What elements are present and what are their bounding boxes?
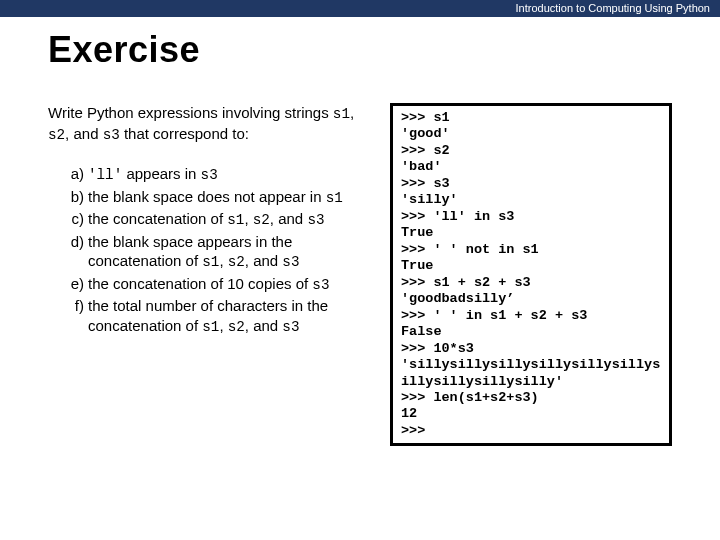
item-code: s1 [227,212,244,228]
list-item: d) the blank space appears in the concat… [70,232,360,272]
item-code: s3 [282,254,299,270]
item-text: , and [245,252,283,269]
item-text: , [219,252,227,269]
item-marker: a) [64,164,84,184]
item-text: , [219,317,227,334]
intro-text: Write Python expressions involving strin… [48,103,360,144]
item-text: , [244,210,252,227]
intro-c2: , and [65,125,103,142]
intro-c1: , [350,104,354,121]
item-marker: f) [64,296,84,316]
item-code: s3 [307,212,324,228]
exercise-list: a) 'll' appears in s3 b) the blank space… [48,164,360,336]
item-text: the concatenation of [88,210,227,227]
item-code: s2 [228,319,245,335]
item-code: s1 [202,319,219,335]
list-item: a) 'll' appears in s3 [70,164,360,185]
list-item: e) the concatenation of 10 copies of s3 [70,274,360,295]
course-title: Introduction to Computing Using Python [516,2,710,14]
item-code: s2 [253,212,270,228]
item-marker: e) [64,274,84,294]
intro-s3: s3 [103,127,120,143]
list-item: f) the total number of characters in the… [70,296,360,336]
slide-content: Exercise Write Python expressions involv… [0,17,720,446]
intro-s2: s2 [48,127,65,143]
python-shell: >>> s1 'good' >>> s2 'bad' >>> s3 'silly… [390,103,672,446]
item-marker: c) [64,209,84,229]
item-code: s1 [202,254,219,270]
intro-s1: s1 [333,106,350,122]
item-code: s2 [228,254,245,270]
item-text: the blank space does not appear in [88,188,326,205]
intro-post: that correspond to: [120,125,249,142]
item-text: , and [270,210,308,227]
item-code: s1 [326,190,343,206]
item-code: s3 [201,167,218,183]
item-marker: b) [64,187,84,207]
left-column: Write Python expressions involving strin… [48,103,360,446]
columns: Write Python expressions involving strin… [48,103,672,446]
item-code: s3 [282,319,299,335]
item-code: 'll' [88,167,122,183]
item-marker: d) [64,232,84,252]
item-text: the concatenation of 10 copies of [88,275,312,292]
item-text: appears in [122,165,200,182]
right-column: >>> s1 'good' >>> s2 'bad' >>> s3 'silly… [390,103,672,446]
item-text: , and [245,317,283,334]
list-item: b) the blank space does not appear in s1 [70,187,360,208]
page-title: Exercise [48,29,672,71]
list-item: c) the concatenation of s1, s2, and s3 [70,209,360,230]
item-code: s3 [312,277,329,293]
header-bar: Introduction to Computing Using Python [0,0,720,17]
intro-pre: Write Python expressions involving strin… [48,104,333,121]
